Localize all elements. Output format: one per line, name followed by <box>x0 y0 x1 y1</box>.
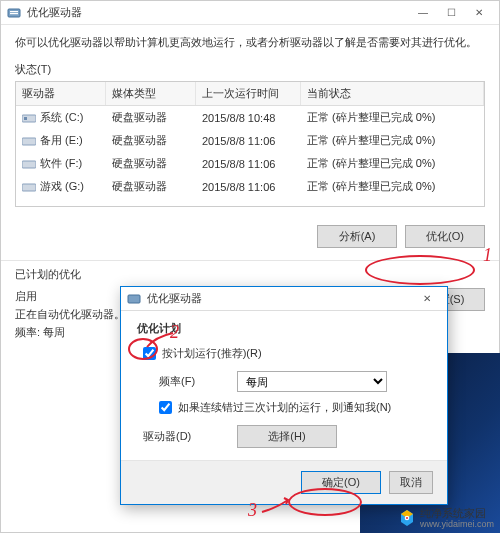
watermark: 纯净系统家园 www.yidaimei.com <box>398 507 494 529</box>
run-on-schedule-checkbox[interactable] <box>143 347 156 360</box>
drive-status: 正常 (碎片整理已完成 0%) <box>301 177 484 196</box>
frequency-select[interactable]: 每周 <box>237 371 387 392</box>
dialog-close-icon[interactable]: ✕ <box>413 289 441 309</box>
drive-type: 硬盘驱动器 <box>106 131 196 150</box>
drives-row: 驱动器(D) 选择(H) <box>143 425 431 448</box>
missed-notify-row[interactable]: 如果连续错过三次计划的运行，则通知我(N) <box>159 400 431 415</box>
frequency-row: 频率(F) 每周 <box>159 371 431 392</box>
drive-icon <box>22 182 36 192</box>
maximize-button[interactable]: ☐ <box>437 3 465 23</box>
col-status[interactable]: 当前状态 <box>301 82 484 105</box>
drive-last: 2015/8/8 11:06 <box>196 177 301 196</box>
watermark-text: 纯净系统家园 <box>420 507 494 519</box>
run-on-schedule-row[interactable]: 按计划运行(推荐)(R) <box>143 346 431 361</box>
status-section: 状态(T) 驱动器 媒体类型 上一次运行时间 当前状态 系统 (C:) 硬盘驱动… <box>1 58 499 215</box>
watermark-logo-icon <box>398 509 416 527</box>
plan-title: 优化计划 <box>137 321 431 336</box>
drives-label: 驱动器(D) <box>143 429 237 444</box>
schedule-dialog: 优化驱动器 ✕ 优化计划 按计划运行(推荐)(R) 频率(F) 每周 如果连续错… <box>120 286 448 505</box>
dialog-title: 优化驱动器 <box>147 291 413 306</box>
table-row[interactable]: 软件 (F:) 硬盘驱动器 2015/8/8 11:06 正常 (碎片整理已完成… <box>16 152 484 175</box>
minimize-button[interactable]: — <box>409 3 437 23</box>
drive-icon <box>22 136 36 146</box>
schedule-title: 已计划的优化 <box>15 267 485 282</box>
dialog-body: 优化计划 按计划运行(推荐)(R) 频率(F) 每周 如果连续错过三次计划的运行… <box>121 311 447 460</box>
drive-type: 硬盘驱动器 <box>106 177 196 196</box>
app-icon <box>7 6 21 20</box>
svg-rect-12 <box>128 295 140 303</box>
svg-rect-2 <box>10 13 18 14</box>
schedule-enable: 启用 <box>15 288 125 306</box>
svg-rect-6 <box>22 161 36 168</box>
optimize-button[interactable]: 优化(O) <box>405 225 485 248</box>
table-row[interactable]: 游戏 (G:) 硬盘驱动器 2015/8/8 11:06 正常 (碎片整理已完成… <box>16 175 484 198</box>
ok-button[interactable]: 确定(O) <box>301 471 381 494</box>
drive-name: 备用 (E:) <box>40 133 83 148</box>
drive-name: 软件 (F:) <box>40 156 82 171</box>
watermark-url: www.yidaimei.com <box>420 519 494 529</box>
drive-last: 2015/8/8 11:06 <box>196 154 301 173</box>
svg-rect-1 <box>10 11 18 12</box>
drive-status: 正常 (碎片整理已完成 0%) <box>301 131 484 150</box>
drive-type: 硬盘驱动器 <box>106 154 196 173</box>
drive-icon <box>22 159 36 169</box>
analyze-button[interactable]: 分析(A) <box>317 225 397 248</box>
missed-notify-checkbox[interactable] <box>159 401 172 414</box>
col-drive[interactable]: 驱动器 <box>16 82 106 105</box>
table-body: 系统 (C:) 硬盘驱动器 2015/8/8 10:48 正常 (碎片整理已完成… <box>16 106 484 206</box>
schedule-info: 启用 正在自动优化驱动器。 频率: 每周 <box>15 288 125 341</box>
run-on-schedule-label: 按计划运行(推荐)(R) <box>162 346 262 361</box>
status-label: 状态(T) <box>15 62 485 77</box>
svg-point-14 <box>406 517 408 519</box>
window-title: 优化驱动器 <box>27 5 409 20</box>
table-row[interactable]: 备用 (E:) 硬盘驱动器 2015/8/8 11:06 正常 (碎片整理已完成… <box>16 129 484 152</box>
drive-name: 游戏 (G:) <box>40 179 84 194</box>
col-media-type[interactable]: 媒体类型 <box>106 82 196 105</box>
col-last-run[interactable]: 上一次运行时间 <box>196 82 301 105</box>
drive-type: 硬盘驱动器 <box>106 108 196 127</box>
drive-table: 驱动器 媒体类型 上一次运行时间 当前状态 系统 (C:) 硬盘驱动器 2015… <box>15 81 485 207</box>
table-row[interactable]: 系统 (C:) 硬盘驱动器 2015/8/8 10:48 正常 (碎片整理已完成… <box>16 106 484 129</box>
app-icon <box>127 292 141 306</box>
svg-rect-5 <box>22 138 36 145</box>
drive-status: 正常 (碎片整理已完成 0%) <box>301 108 484 127</box>
dialog-titlebar: 优化驱动器 ✕ <box>121 287 447 311</box>
drive-icon <box>22 113 36 123</box>
drive-status: 正常 (碎片整理已完成 0%) <box>301 154 484 173</box>
drive-last: 2015/8/8 10:48 <box>196 108 301 127</box>
choose-drives-button[interactable]: 选择(H) <box>237 425 337 448</box>
frequency-label: 频率(F) <box>159 374 237 389</box>
svg-rect-4 <box>24 117 27 120</box>
svg-rect-7 <box>22 184 36 191</box>
action-row: 分析(A) 优化(O) <box>1 215 499 256</box>
titlebar: 优化驱动器 — ☐ ✕ <box>1 1 499 25</box>
cancel-button[interactable]: 取消 <box>389 471 433 494</box>
schedule-auto: 正在自动优化驱动器。 <box>15 306 125 324</box>
dialog-footer: 确定(O) 取消 <box>121 460 447 504</box>
drive-last: 2015/8/8 11:06 <box>196 131 301 150</box>
table-header: 驱动器 媒体类型 上一次运行时间 当前状态 <box>16 82 484 106</box>
description-text: 你可以优化驱动器以帮助计算机更高效地运行，或者分析驱动器以了解是否需要对其进行优… <box>1 25 499 58</box>
missed-notify-label: 如果连续错过三次计划的运行，则通知我(N) <box>178 400 391 415</box>
schedule-frequency: 频率: 每周 <box>15 324 125 342</box>
close-window-button[interactable]: ✕ <box>465 3 493 23</box>
drive-name: 系统 (C:) <box>40 110 83 125</box>
